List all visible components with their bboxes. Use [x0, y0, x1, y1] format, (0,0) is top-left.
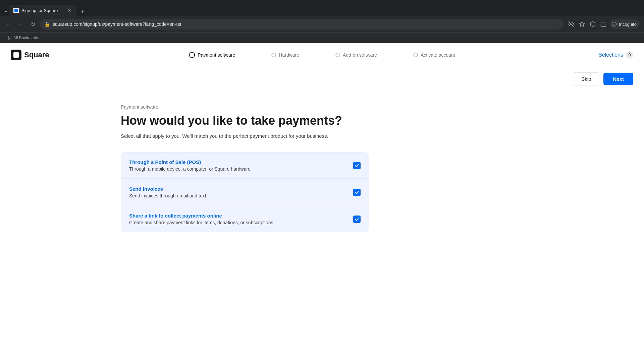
all-bookmarks-button[interactable]: All Bookmarks [5, 34, 41, 42]
tab-bar: Sign up for Square ✕ + [0, 0, 644, 16]
svg-marker-1 [580, 22, 585, 26]
new-tab-button[interactable]: + [78, 7, 87, 16]
option-invoices-checkbox[interactable] [353, 189, 361, 196]
extensions-icon[interactable] [588, 19, 597, 29]
option-invoices-title: Send Invoices [129, 186, 206, 192]
option-invoices-text: Send Invoices Send invoices through emai… [129, 186, 206, 198]
step-dot-payment [189, 52, 195, 58]
main-title: How would you like to take payments? [121, 114, 369, 128]
main-subtitle: Select all that apply to you. We'll matc… [121, 133, 369, 139]
selections-label: Selections [598, 52, 623, 58]
reload-button[interactable]: ↻ [28, 19, 38, 29]
tab-title: Sign up for Square [21, 8, 64, 13]
step-label-payment: Payment software [198, 52, 235, 58]
main-content: Payment software How would you like to t… [0, 91, 369, 252]
next-button[interactable]: Next [603, 73, 633, 85]
logo-text: Square [24, 51, 49, 59]
progress-nav: Payment software Hardware Add-on softwar… [181, 52, 463, 58]
option-pos-checkbox[interactable] [353, 162, 361, 169]
payment-options-list: Through a Point of Sale (POS) Through a … [121, 152, 369, 232]
active-tab: Sign up for Square ✕ [9, 5, 76, 16]
option-pos-title: Through a Point of Sale (POS) [129, 159, 251, 165]
address-bar[interactable]: 🔒 squareup.com/signup/us/payment-softwar… [40, 19, 564, 29]
step-addon: Add-on software [327, 52, 385, 58]
selections-button[interactable]: Selections 0 [598, 51, 633, 59]
eyeoff-icon[interactable] [567, 19, 576, 29]
selections-count-badge: 0 [626, 51, 633, 59]
tab-close-button[interactable]: ✕ [66, 7, 72, 13]
step-label-hardware: Hardware [279, 52, 299, 58]
bookmarks-bar: All Bookmarks [0, 32, 644, 43]
step-sep-3 [385, 55, 405, 55]
skip-button[interactable]: Skip [573, 72, 599, 85]
svg-rect-4 [13, 52, 19, 58]
step-activate: Activate account [405, 52, 463, 58]
option-invoices-desc: Send invoices through email and text [129, 193, 206, 198]
page: Square Payment software Hardware Add-on … [0, 43, 644, 362]
tab-list-button[interactable] [3, 7, 9, 16]
bookmark-star-icon[interactable] [577, 19, 587, 29]
step-payment-software: Payment software [181, 52, 243, 58]
step-hardware: Hardware [263, 52, 307, 58]
browser-toolbar: ← → ↻ 🔒 squareup.com/signup/us/payment-s… [0, 16, 644, 32]
option-pos-text: Through a Point of Sale (POS) Through a … [129, 159, 251, 172]
selections-count: 0 [629, 53, 631, 57]
step-dot-addon [335, 53, 340, 57]
header: Square Payment software Hardware Add-on … [0, 43, 644, 67]
step-label-addon: Add-on software [343, 52, 377, 58]
bookmarks-label: All Bookmarks [13, 36, 39, 40]
step-sep-2 [307, 55, 327, 55]
back-button[interactable]: ← [4, 19, 13, 29]
section-label: Payment software [121, 104, 369, 110]
step-sep-1 [243, 55, 263, 55]
incognito-button[interactable]: Incognito [609, 19, 640, 29]
svg-rect-2 [601, 23, 606, 26]
step-dot-hardware [271, 53, 276, 57]
option-pos-desc: Through a mobile device, a computer, or … [129, 166, 251, 172]
option-invoices[interactable]: Send Invoices Send invoices through emai… [121, 179, 369, 205]
toolbar-actions: Incognito [567, 19, 640, 29]
option-payment-link-title: Share a link to collect payments online [129, 213, 273, 219]
browser-chrome: Sign up for Square ✕ + ← → ↻ 🔒 squareup.… [0, 0, 644, 43]
lock-icon: 🔒 [44, 21, 50, 27]
option-payment-link-checkbox[interactable] [353, 216, 361, 223]
forward-button[interactable]: → [16, 19, 25, 29]
url-text: squareup.com/signup/us/payment-software?… [53, 21, 560, 27]
tab-favicon [13, 8, 19, 13]
step-label-activate: Activate account [421, 52, 455, 58]
square-logo-icon [11, 50, 21, 60]
incognito-label: Incognito [619, 22, 637, 27]
cast-icon[interactable] [599, 19, 608, 29]
option-payment-link-text: Share a link to collect payments online … [129, 213, 273, 225]
option-pos[interactable]: Through a Point of Sale (POS) Through a … [121, 153, 369, 179]
logo: Square [11, 50, 49, 60]
step-dot-activate [413, 53, 418, 57]
option-payment-link[interactable]: Share a link to collect payments online … [121, 206, 369, 232]
option-payment-link-desc: Create and share payment links for items… [129, 220, 273, 225]
action-bar: Skip Next [0, 67, 644, 91]
